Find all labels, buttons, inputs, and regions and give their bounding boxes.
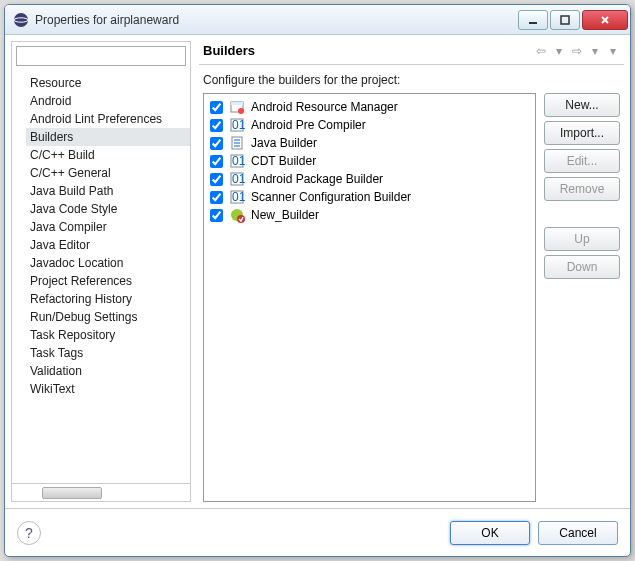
- builder-label: Java Builder: [251, 136, 317, 150]
- builder-label: Scanner Configuration Builder: [251, 190, 411, 204]
- builder-checkbox[interactable]: [210, 137, 223, 150]
- tree-item[interactable]: Android Lint Preferences: [26, 110, 190, 128]
- builder-icon: 010: [229, 117, 245, 133]
- close-button[interactable]: [582, 10, 628, 30]
- dialog-footer: ? OK Cancel: [5, 508, 630, 556]
- tree-item[interactable]: Run/Debug Settings: [26, 308, 190, 326]
- svg-rect-3: [561, 16, 569, 24]
- builder-icon: [229, 99, 245, 115]
- menu-button[interactable]: ▾: [606, 44, 620, 58]
- up-button[interactable]: Up: [544, 227, 620, 251]
- svg-rect-7: [231, 102, 243, 105]
- down-button[interactable]: Down: [544, 255, 620, 279]
- chevron-down-icon[interactable]: ▾: [552, 44, 566, 58]
- tree-item[interactable]: Java Compiler: [26, 218, 190, 236]
- tree-item[interactable]: Task Repository: [26, 326, 190, 344]
- builder-row[interactable]: Android Resource Manager: [208, 98, 531, 116]
- nav-panel: ResourceAndroidAndroid Lint PreferencesB…: [11, 41, 191, 502]
- builder-checkbox[interactable]: [210, 191, 223, 204]
- builder-row[interactable]: 010Android Package Builder: [208, 170, 531, 188]
- ok-button[interactable]: OK: [450, 521, 530, 545]
- tree-item[interactable]: C/C++ General: [26, 164, 190, 182]
- tree-item[interactable]: Java Code Style: [26, 200, 190, 218]
- tree-item[interactable]: Java Build Path: [26, 182, 190, 200]
- forward-button[interactable]: ⇨: [570, 44, 584, 58]
- svg-text:010: 010: [232, 118, 245, 132]
- tree-item[interactable]: Builders: [26, 128, 190, 146]
- builder-checkbox[interactable]: [210, 173, 223, 186]
- builder-icon: 010: [229, 153, 245, 169]
- builder-label: Android Pre Compiler: [251, 118, 366, 132]
- tree-item[interactable]: Android: [26, 92, 190, 110]
- builder-icon: 010: [229, 171, 245, 187]
- minimize-button[interactable]: [518, 10, 548, 30]
- edit-button[interactable]: Edit...: [544, 149, 620, 173]
- builder-row[interactable]: 010Android Pre Compiler: [208, 116, 531, 134]
- tree-item[interactable]: Task Tags: [26, 344, 190, 362]
- tree-item[interactable]: Resource: [26, 74, 190, 92]
- builder-row[interactable]: 010Scanner Configuration Builder: [208, 188, 531, 206]
- titlebar: Properties for airplaneward: [5, 5, 630, 35]
- builder-label: New_Builder: [251, 208, 319, 222]
- remove-button[interactable]: Remove: [544, 177, 620, 201]
- back-button[interactable]: ⇦: [534, 44, 548, 58]
- tree-item[interactable]: C/C++ Build: [26, 146, 190, 164]
- maximize-button[interactable]: [550, 10, 580, 30]
- eclipse-icon: [13, 12, 29, 28]
- tree-item[interactable]: Validation: [26, 362, 190, 380]
- builder-checkbox[interactable]: [210, 119, 223, 132]
- tree-item[interactable]: Java Editor: [26, 236, 190, 254]
- page-title: Builders: [203, 43, 255, 58]
- new-button[interactable]: New...: [544, 93, 620, 117]
- filter-box: [16, 46, 186, 66]
- builder-row[interactable]: New_Builder: [208, 206, 531, 224]
- filter-input[interactable]: [17, 47, 185, 65]
- builder-row[interactable]: Java Builder: [208, 134, 531, 152]
- tree-item[interactable]: Project References: [26, 272, 190, 290]
- builder-row[interactable]: 010CDT Builder: [208, 152, 531, 170]
- builders-list[interactable]: Android Resource Manager010Android Pre C…: [203, 93, 536, 502]
- window-title: Properties for airplaneward: [35, 13, 518, 27]
- svg-text:010: 010: [232, 190, 245, 204]
- builder-checkbox[interactable]: [210, 209, 223, 222]
- builder-checkbox[interactable]: [210, 155, 223, 168]
- builder-label: Android Package Builder: [251, 172, 383, 186]
- page-panel: Builders ⇦ ▾ ⇨ ▾ ▾ Configure the builder…: [199, 41, 624, 502]
- button-bar: New... Import... Edit... Remove Up Down: [544, 93, 620, 502]
- builder-icon: [229, 207, 245, 223]
- tree-item[interactable]: WikiText: [26, 380, 190, 398]
- svg-point-0: [14, 13, 28, 27]
- svg-text:010: 010: [232, 172, 245, 186]
- builder-icon: 010: [229, 189, 245, 205]
- category-tree[interactable]: ResourceAndroidAndroid Lint PreferencesB…: [12, 70, 190, 483]
- tree-item[interactable]: Refactoring History: [26, 290, 190, 308]
- builder-label: CDT Builder: [251, 154, 316, 168]
- tree-item[interactable]: Javadoc Location: [26, 254, 190, 272]
- builder-label: Android Resource Manager: [251, 100, 398, 114]
- builder-checkbox[interactable]: [210, 101, 223, 114]
- svg-text:010: 010: [232, 154, 245, 168]
- svg-point-8: [238, 108, 244, 114]
- builder-icon: [229, 135, 245, 151]
- chevron-down-icon[interactable]: ▾: [588, 44, 602, 58]
- page-description: Configure the builders for the project:: [199, 65, 624, 93]
- help-button[interactable]: ?: [17, 521, 41, 545]
- properties-dialog: Properties for airplaneward ResourceAndr…: [4, 4, 631, 557]
- cancel-button[interactable]: Cancel: [538, 521, 618, 545]
- import-button[interactable]: Import...: [544, 121, 620, 145]
- horizontal-scrollbar[interactable]: [12, 483, 190, 501]
